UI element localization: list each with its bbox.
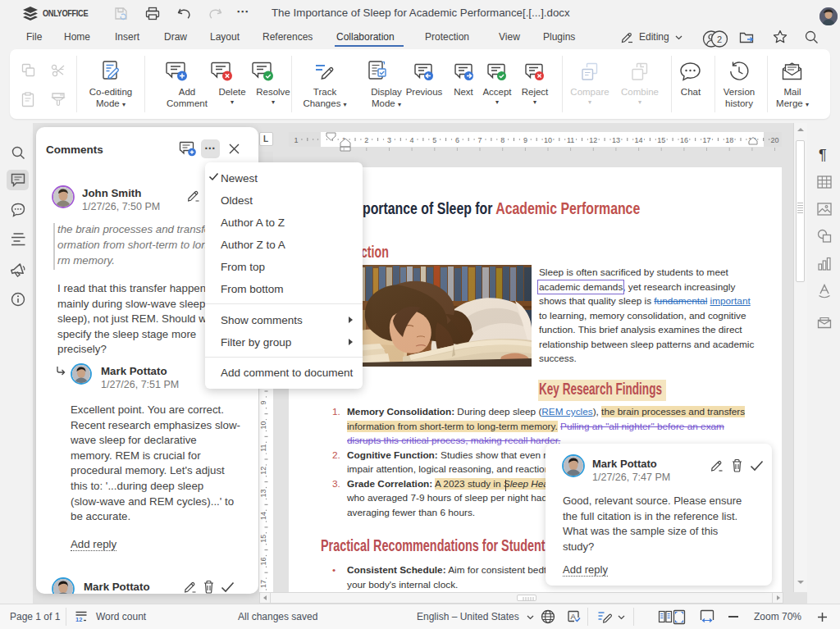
svg-text:A: A [571, 612, 577, 621]
svg-text:10: 10 [259, 421, 267, 429]
svg-text:17: 17 [259, 580, 267, 588]
svg-text:12: 12 [259, 467, 267, 475]
svg-text:11: 11 [259, 444, 267, 451]
svg-text:9: 9 [259, 400, 267, 404]
svg-text:14: 14 [259, 512, 267, 520]
svg-text:2: 2 [717, 34, 722, 44]
svg-text:16: 16 [259, 557, 267, 565]
svg-text:15: 15 [259, 535, 267, 543]
svg-text:13: 13 [259, 489, 267, 497]
svg-text:12: 12 [75, 616, 82, 623]
